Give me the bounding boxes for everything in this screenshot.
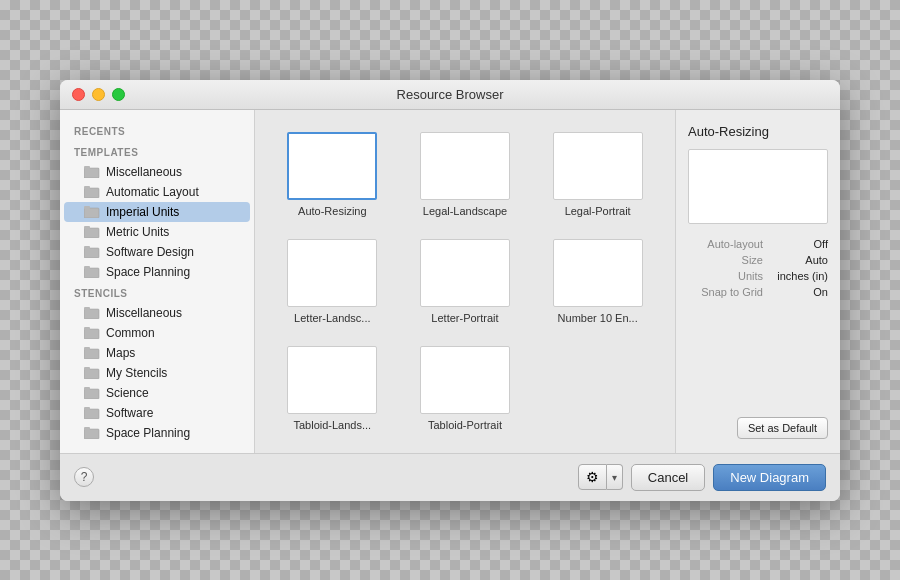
info-key: Snap to Grid: [688, 286, 763, 298]
template-item-label: Auto-Resizing: [298, 205, 366, 217]
template-item-label: Legal-Landscape: [423, 205, 507, 217]
template-thumbnail: [420, 346, 510, 414]
sidebar-item-maps[interactable]: Maps: [64, 343, 250, 363]
template-item-label: Tabloid-Portrait: [428, 419, 502, 431]
svg-rect-19: [84, 369, 99, 379]
svg-rect-8: [84, 226, 90, 229]
sidebar-item-space-planning-s[interactable]: Space Planning: [64, 423, 250, 443]
sidebar-item-metric-units[interactable]: Metric Units: [64, 222, 250, 242]
sidebar-item-label: Metric Units: [106, 225, 169, 239]
template-item-letter-landscape[interactable]: Letter-Landsc...: [271, 233, 394, 330]
template-item-label: Legal-Portrait: [565, 205, 631, 217]
template-item-label: Letter-Portrait: [431, 312, 498, 324]
svg-rect-17: [84, 349, 99, 359]
svg-rect-11: [84, 268, 99, 278]
folder-icon: [84, 366, 100, 379]
sidebar-item-software[interactable]: Software: [64, 403, 250, 423]
content-area: Auto-Resizing Legal-Landscape Legal-Port…: [255, 110, 675, 453]
svg-rect-18: [84, 347, 90, 350]
info-key: Units: [688, 270, 763, 282]
folder-icon: [84, 225, 100, 238]
sidebar-item-science[interactable]: Science: [64, 383, 250, 403]
svg-rect-7: [84, 228, 99, 238]
info-table: Auto-layout Off Size Auto Units inches (…: [688, 238, 828, 302]
template-item-legal-landscape[interactable]: Legal-Landscape: [404, 126, 527, 223]
template-item-label: Tabloid-Lands...: [293, 419, 371, 431]
sidebar-item-miscellaneous-t[interactable]: Miscellaneous: [64, 162, 250, 182]
template-thumbnail: [553, 132, 643, 200]
folder-icon: [84, 185, 100, 198]
sidebar-item-label: Software: [106, 406, 153, 420]
sidebar-item-miscellaneous-s[interactable]: Miscellaneous: [64, 303, 250, 323]
svg-rect-6: [84, 206, 90, 209]
template-thumbnail: [287, 132, 377, 200]
folder-icon: [84, 386, 100, 399]
templates-label: TEMPLATES: [60, 141, 254, 162]
template-thumbnail: [553, 239, 643, 307]
svg-rect-4: [84, 186, 90, 189]
svg-rect-9: [84, 248, 99, 258]
svg-rect-12: [84, 266, 90, 269]
info-key: Auto-layout: [688, 238, 763, 250]
folder-icon: [84, 245, 100, 258]
svg-rect-25: [84, 429, 99, 439]
svg-rect-23: [84, 409, 99, 419]
info-val: inches (in): [777, 270, 828, 282]
template-item-legal-portrait[interactable]: Legal-Portrait: [536, 126, 659, 223]
svg-rect-16: [84, 327, 90, 330]
gear-button[interactable]: ⚙: [578, 464, 607, 490]
svg-rect-26: [84, 427, 90, 430]
resource-browser-window: Resource Browser RECENTS TEMPLATES Misce…: [60, 80, 840, 501]
sidebar-item-my-stencils[interactable]: My Stencils: [64, 363, 250, 383]
window-controls: [72, 88, 125, 101]
dropdown-arrow-button[interactable]: ▾: [607, 464, 623, 490]
info-row-size: Size Auto: [688, 254, 828, 266]
sidebar-item-label: Maps: [106, 346, 135, 360]
help-button[interactable]: ?: [74, 467, 94, 487]
sidebar-item-label: Space Planning: [106, 265, 190, 279]
template-item-tabloid-portrait[interactable]: Tabloid-Portrait: [404, 340, 527, 437]
svg-rect-21: [84, 389, 99, 399]
right-panel: Auto-Resizing Auto-layout Off Size Auto …: [675, 110, 840, 453]
sidebar-item-label: Space Planning: [106, 426, 190, 440]
sidebar-item-automatic-layout[interactable]: Automatic Layout: [64, 182, 250, 202]
window-title: Resource Browser: [397, 87, 504, 102]
info-val: Off: [814, 238, 828, 250]
sidebar-item-label: My Stencils: [106, 366, 167, 380]
close-button[interactable]: [72, 88, 85, 101]
cancel-button[interactable]: Cancel: [631, 464, 705, 491]
new-diagram-button[interactable]: New Diagram: [713, 464, 826, 491]
footer: ? ⚙ ▾ Cancel New Diagram: [60, 453, 840, 501]
preview-thumbnail: [688, 149, 828, 224]
svg-rect-20: [84, 367, 90, 370]
template-thumbnail: [287, 346, 377, 414]
maximize-button[interactable]: [112, 88, 125, 101]
folder-icon: [84, 346, 100, 359]
svg-rect-15: [84, 329, 99, 339]
sidebar-item-software-design[interactable]: Software Design: [64, 242, 250, 262]
template-item-letter-portrait[interactable]: Letter-Portrait: [404, 233, 527, 330]
template-item-tabloid-landscape[interactable]: Tabloid-Lands...: [271, 340, 394, 437]
folder-icon: [84, 165, 100, 178]
sidebar-item-label: Imperial Units: [106, 205, 179, 219]
minimize-button[interactable]: [92, 88, 105, 101]
template-thumbnail: [420, 132, 510, 200]
info-row-units: Units inches (in): [688, 270, 828, 282]
svg-rect-3: [84, 188, 99, 198]
sidebar-item-imperial-units[interactable]: Imperial Units: [64, 202, 250, 222]
template-grid: Auto-Resizing Legal-Landscape Legal-Port…: [255, 110, 675, 453]
sidebar-item-common[interactable]: Common: [64, 323, 250, 343]
footer-left: ?: [74, 467, 94, 487]
folder-icon: [84, 426, 100, 439]
sidebar-item-label: Automatic Layout: [106, 185, 199, 199]
template-item-number-10-en[interactable]: Number 10 En...: [536, 233, 659, 330]
svg-rect-5: [84, 208, 99, 218]
folder-icon: [84, 326, 100, 339]
set-as-default-button[interactable]: Set as Default: [737, 417, 828, 439]
sidebar-item-space-planning-t[interactable]: Space Planning: [64, 262, 250, 282]
right-panel-title: Auto-Resizing: [688, 124, 828, 139]
template-item-auto-resizing[interactable]: Auto-Resizing: [271, 126, 394, 223]
sidebar-item-label: Miscellaneous: [106, 306, 182, 320]
folder-icon: [84, 265, 100, 278]
svg-rect-22: [84, 387, 90, 390]
